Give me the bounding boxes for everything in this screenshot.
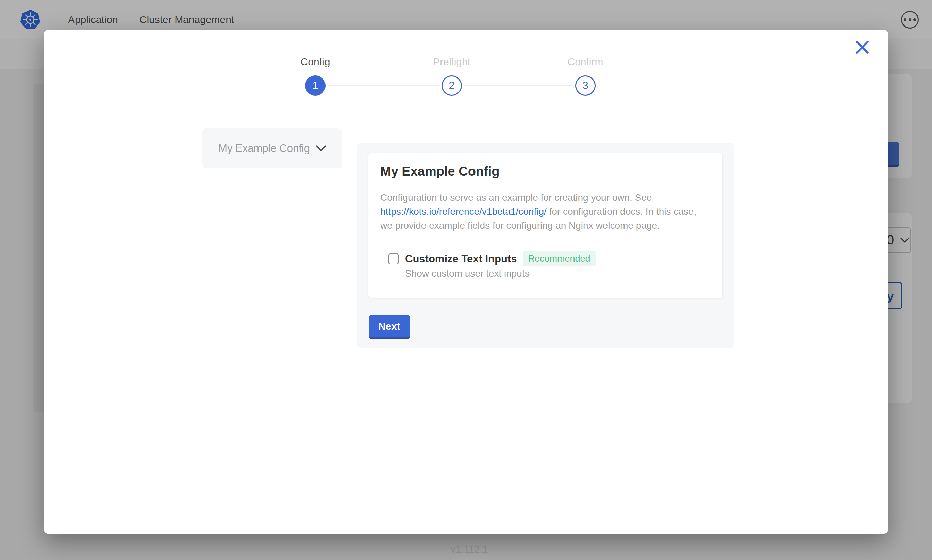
step-label-preflight: Preflight <box>411 56 492 68</box>
customize-text-inputs-label[interactable]: Customize Text Inputs <box>405 253 517 265</box>
config-group-card: My Example Config Configuration to serve… <box>368 153 723 298</box>
description-line1: Configuration to serve as an example for… <box>380 192 652 203</box>
customize-text-inputs-checkbox[interactable] <box>388 254 399 265</box>
config-group-description: Configuration to serve as an example for… <box>380 191 715 232</box>
close-icon[interactable] <box>855 40 870 55</box>
step-label-config: Config <box>275 56 356 68</box>
description-line2: for configuration docs. In this case, <box>546 206 696 217</box>
step-circle-1: 1 <box>305 75 326 96</box>
chevron-down-icon <box>316 145 326 152</box>
step-circle-3: 3 <box>575 75 596 96</box>
description-line3: we provide example fields for configurin… <box>380 220 660 231</box>
next-button[interactable]: Next <box>369 315 410 337</box>
step-label-confirm: Confirm <box>545 56 626 68</box>
customize-text-inputs-help: Show custom user text inputs <box>405 268 529 279</box>
config-wizard-modal: Config Preflight Confirm 1 2 3 My Exampl… <box>43 29 889 534</box>
config-group-selector[interactable]: My Example Config <box>202 128 342 168</box>
config-group-selector-label: My Example Config <box>218 142 310 155</box>
screen: Application Cluster Management 0 y v1.11… <box>0 0 932 560</box>
config-panel: My Example Config Configuration to serve… <box>357 143 734 348</box>
customize-text-inputs-row: Customize Text Inputs Recommended <box>388 251 596 266</box>
step-connector-1 <box>327 85 440 86</box>
step-circle-2: 2 <box>441 75 462 96</box>
config-docs-link[interactable]: https://kots.io/reference/v1beta1/config… <box>380 206 546 217</box>
recommended-badge: Recommended <box>523 251 595 266</box>
config-group-title: My Example Config <box>380 164 500 179</box>
step-connector-2 <box>464 85 573 86</box>
